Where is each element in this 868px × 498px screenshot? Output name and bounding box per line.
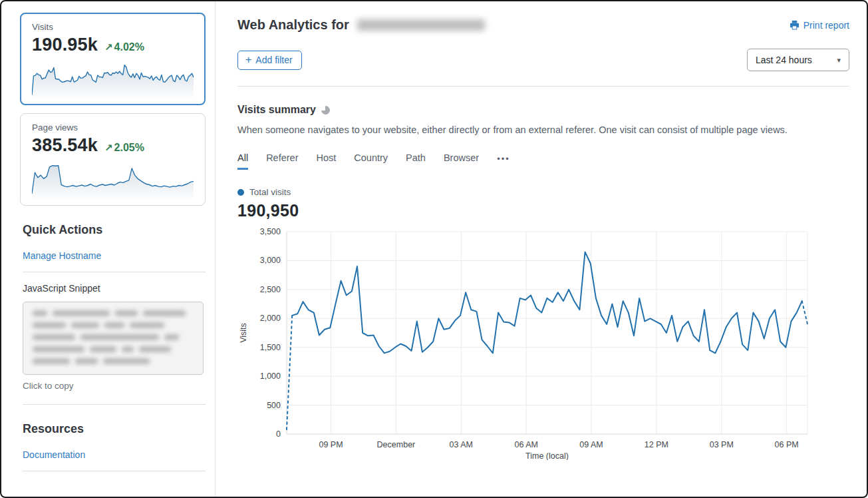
visits-card-label: Visits xyxy=(32,22,194,32)
svg-text:1,500: 1,500 xyxy=(260,343,281,352)
page-views-card-change: ↗2.05% xyxy=(104,142,144,154)
tab-referer[interactable]: Referer xyxy=(266,152,298,170)
total-visits-value: 190,950 xyxy=(237,201,849,220)
svg-text:09 AM: 09 AM xyxy=(579,440,603,449)
resources-heading: Resources xyxy=(23,422,206,436)
metric-card-page-views[interactable]: Page views 385.54k ↗2.05% xyxy=(20,113,206,206)
time-range-dropdown[interactable]: Last 24 hours ▾ xyxy=(747,49,849,71)
svg-text:3,000: 3,000 xyxy=(260,256,281,265)
page-views-card-value: 385.54k xyxy=(32,135,98,156)
metric-card-visits[interactable]: Visits 190.95k ↗4.02% xyxy=(20,13,206,105)
page-views-sparkline xyxy=(32,160,194,198)
trend-up-icon: ↗ xyxy=(104,41,113,53)
print-report-label: Print report xyxy=(803,20,849,31)
documentation-link[interactable]: Documentation xyxy=(23,449,206,460)
svg-text:Time (local): Time (local) xyxy=(525,451,569,460)
svg-text:06 AM: 06 AM xyxy=(514,440,537,449)
svg-text:2,500: 2,500 xyxy=(260,285,281,294)
divider xyxy=(23,471,206,471)
tab-browser[interactable]: Browser xyxy=(444,152,479,170)
svg-text:12 PM: 12 PM xyxy=(645,440,668,449)
chevron-down-icon: ▾ xyxy=(837,56,841,65)
svg-text:03 PM: 03 PM xyxy=(710,440,734,449)
visits-card-value: 190.95k xyxy=(32,35,98,55)
svg-text:03 AM: 03 AM xyxy=(450,440,473,449)
visits-chart[interactable]: 05001,0001,5002,0002,5003,0003,50009 PMD… xyxy=(237,227,815,460)
dimension-tabs: All Referer Host Country Path Browser ••… xyxy=(237,152,849,170)
trend-up-icon: ↗ xyxy=(104,142,113,153)
tab-path[interactable]: Path xyxy=(406,152,426,170)
tab-host[interactable]: Host xyxy=(316,152,336,170)
click-to-copy-hint: Click to copy xyxy=(23,381,206,391)
tab-all[interactable]: All xyxy=(237,152,248,170)
visits-card-change: ↗4.02% xyxy=(104,41,144,53)
js-snippet-code-box[interactable] xyxy=(23,302,204,375)
main-panel: Web Analytics for Print report + Add fil… xyxy=(216,1,867,497)
plus-icon: + xyxy=(245,55,251,65)
divider xyxy=(23,404,206,405)
visits-sparkline xyxy=(32,59,194,98)
time-range-value: Last 24 hours xyxy=(756,55,812,65)
app-window: Visits 190.95k ↗4.02% Page views 385.54k… xyxy=(0,0,868,498)
tab-country[interactable]: Country xyxy=(354,152,388,170)
redacted-domain xyxy=(357,19,485,31)
help-icon[interactable] xyxy=(321,106,330,115)
quick-actions-heading: Quick Actions xyxy=(23,223,206,237)
manage-hostname-link[interactable]: Manage Hostname xyxy=(23,250,206,261)
sidebar: Visits 190.95k ↗4.02% Page views 385.54k… xyxy=(1,1,216,497)
svg-text:Visits: Visits xyxy=(239,323,248,343)
more-tabs-icon[interactable]: ••• xyxy=(497,154,510,168)
legend-label: Total visits xyxy=(249,187,291,197)
page-views-card-label: Page views xyxy=(32,123,194,132)
svg-text:December: December xyxy=(377,440,416,449)
main-header: Web Analytics for Print report + Add fil… xyxy=(216,1,867,87)
svg-text:500: 500 xyxy=(267,401,281,410)
chart-legend: Total visits xyxy=(237,187,849,197)
print-report-link[interactable]: Print report xyxy=(790,20,849,31)
js-snippet-label: JavaScript Snippet xyxy=(23,283,206,294)
add-filter-button[interactable]: + Add filter xyxy=(237,51,302,70)
add-filter-label: Add filter xyxy=(255,55,292,65)
page-title: Web Analytics for xyxy=(237,17,485,33)
svg-text:3,500: 3,500 xyxy=(260,227,281,236)
visits-summary-section: Visits summary When someone navigates to… xyxy=(216,87,867,463)
printer-icon xyxy=(790,20,799,30)
visits-summary-description: When someone navigates to your website, … xyxy=(237,124,849,135)
svg-text:06 PM: 06 PM xyxy=(775,440,799,449)
svg-text:0: 0 xyxy=(276,429,281,439)
divider xyxy=(23,272,206,272)
svg-text:09 PM: 09 PM xyxy=(319,440,343,449)
legend-dot-icon xyxy=(237,189,244,196)
svg-text:2,000: 2,000 xyxy=(260,314,281,323)
svg-text:1,000: 1,000 xyxy=(260,372,281,381)
visits-summary-title: Visits summary xyxy=(237,104,316,116)
